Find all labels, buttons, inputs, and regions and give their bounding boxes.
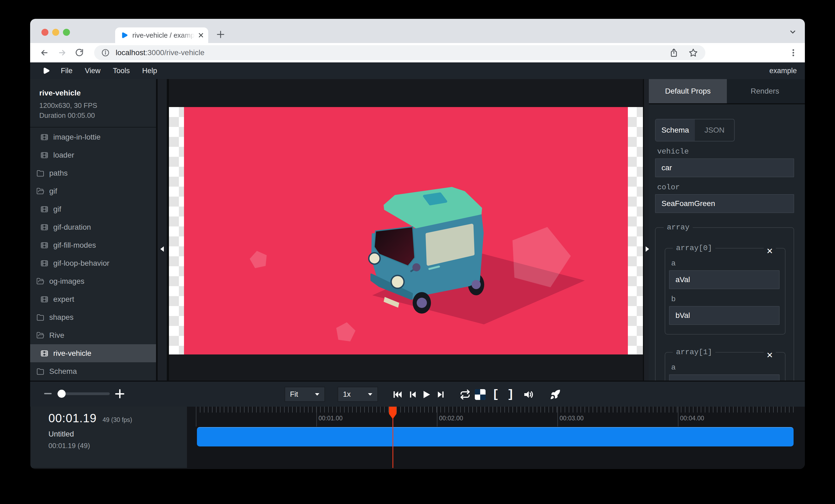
array-item-1-label: array[1] [673, 348, 715, 356]
next-frame-button[interactable] [435, 388, 447, 400]
sidebar-item-label: og-images [49, 277, 84, 286]
in-bracket-icon: [ [492, 388, 499, 400]
sidebar-folder-paths[interactable]: paths [30, 164, 156, 182]
tab-search-chevron-icon[interactable] [789, 28, 797, 37]
window-close-button[interactable] [41, 29, 48, 36]
menu-view[interactable]: View [85, 67, 101, 75]
remove-array-item-icon[interactable]: ✕ [764, 246, 776, 256]
menu-file[interactable]: File [61, 67, 73, 75]
next-frame-icon [436, 390, 446, 399]
collapse-left-icon[interactable] [159, 245, 165, 253]
project-name-label: example [769, 67, 797, 75]
playhead-marker[interactable] [389, 407, 396, 419]
folder-open-icon [36, 277, 44, 285]
browser-tab[interactable]: rive-vehicle / example - Remoti [115, 27, 208, 43]
tab-renders[interactable]: Renders [727, 79, 803, 103]
back-icon[interactable] [38, 46, 51, 59]
sidebar-item-label: paths [49, 169, 68, 177]
sidebar-folder-og-images[interactable]: og-images [30, 272, 156, 290]
compositions-sidebar: rive-vehicle 1200x630, 30 FPS Duration 0… [30, 79, 156, 381]
array-0-b-input[interactable] [669, 306, 779, 325]
sidebar-item-image-in-lottie[interactable]: image-in-lottie [30, 128, 156, 146]
ruler-label: 00:03.00 [559, 415, 584, 422]
volume-icon [523, 389, 534, 400]
composition-canvas [169, 107, 643, 355]
window-minimize-button[interactable] [52, 29, 59, 36]
skip-to-start-button[interactable] [392, 388, 404, 400]
share-icon[interactable] [669, 48, 678, 57]
sidebar-item-label: Schema [49, 367, 77, 376]
timeline-track-bar[interactable] [197, 427, 794, 446]
schema-json-toggle: Schema JSON [655, 119, 735, 142]
vehicle-input[interactable] [655, 159, 794, 177]
film-icon [40, 223, 48, 231]
menu-tools[interactable]: Tools [113, 67, 130, 75]
new-tab-button[interactable] [216, 29, 225, 40]
ruler-tick [196, 407, 196, 426]
sidebar-item-gif[interactable]: gif [30, 200, 156, 218]
sidebar-item-rive-vehicle[interactable]: rive-vehicle [30, 344, 156, 362]
array-1-a-input[interactable] [669, 374, 779, 381]
sidebar-folder-rive[interactable]: Rive [30, 326, 156, 344]
field-label-color: color [657, 183, 794, 191]
sidebar-folder-shapes[interactable]: shapes [30, 308, 156, 326]
ruler-tick: 00:02.00 [437, 407, 437, 426]
url-host: localhost [116, 48, 145, 57]
field-label-a: a [671, 363, 779, 372]
sidebar-item-gif-duration[interactable]: gif-duration [30, 218, 156, 236]
sidebar-folder-gif[interactable]: gif [30, 182, 156, 200]
toggle-schema[interactable]: Schema [656, 120, 695, 141]
sidebar-item-label: Rive [49, 331, 64, 340]
remove-array-item-icon[interactable]: ✕ [764, 350, 776, 361]
ruler-label: 00:01.00 [319, 415, 343, 422]
ruler-tick: 00:01.00 [317, 407, 317, 426]
folder-open-icon [36, 187, 44, 195]
menu-help[interactable]: Help [142, 67, 157, 75]
bookmark-star-icon[interactable] [689, 48, 698, 57]
zoom-out-icon[interactable] [44, 393, 52, 394]
in-marker-button[interactable]: [ [490, 388, 502, 400]
zoom-in-icon[interactable] [115, 389, 124, 398]
forward-icon[interactable] [56, 46, 69, 59]
timeline-ruler[interactable] [196, 407, 794, 413]
volume-button[interactable] [523, 388, 534, 400]
toggle-json[interactable]: JSON [695, 120, 734, 141]
sidebar-collapse-strip[interactable] [158, 79, 167, 381]
site-info-icon[interactable] [101, 48, 110, 57]
zoom-slider-knob[interactable] [58, 390, 66, 398]
browser-menu-icon[interactable] [789, 46, 798, 60]
url-path: :3000/rive-vehicle [145, 48, 204, 57]
props-content: Schema JSON vehicle color array array[0]… [649, 105, 805, 381]
reload-icon[interactable] [73, 46, 86, 59]
loop-button[interactable] [459, 388, 471, 400]
sidebar-item-label: gif [53, 205, 61, 213]
transparency-button[interactable] [474, 388, 486, 400]
out-marker-button[interactable]: ] [505, 388, 516, 400]
sidebar-item-label: gif-fill-modes [53, 241, 96, 250]
previous-frame-button[interactable] [407, 388, 419, 400]
array-group-label: array [664, 223, 693, 232]
frame-counter: 49 (30 fps) [102, 416, 132, 425]
window-zoom-button[interactable] [63, 29, 70, 36]
tab-default-props[interactable]: Default Props [649, 79, 727, 103]
address-bar[interactable]: localhost:3000/rive-vehicle [94, 45, 705, 60]
play-button[interactable] [421, 388, 432, 400]
color-input[interactable] [655, 194, 794, 213]
playback-toolbar: Fit 1x [ ] [30, 381, 805, 407]
render-button[interactable] [549, 388, 561, 400]
sidebar-folder-schema[interactable]: Schema [30, 362, 156, 380]
sidebar-item-gif-fill-modes[interactable]: gif-fill-modes [30, 236, 156, 254]
sidebar-item-expert[interactable]: expert [30, 290, 156, 308]
panel-collapse-strip[interactable] [644, 79, 649, 381]
tab-close-icon[interactable] [198, 32, 204, 39]
film-icon [40, 241, 48, 249]
sidebar-item-loader[interactable]: loader [30, 146, 156, 164]
checkerboard-icon [475, 389, 486, 400]
ruler-tick: 00:04.00 [678, 407, 678, 426]
speed-select[interactable]: 1x [338, 387, 378, 402]
props-panel: Default Props Renders Schema JSON vehicl… [649, 79, 805, 381]
size-select[interactable]: Fit [285, 387, 325, 402]
sidebar-item-gif-loop-behavior[interactable]: gif-loop-behavior [30, 254, 156, 272]
array-0-a-input[interactable] [669, 270, 779, 289]
sidebar-item-label: expert [53, 295, 74, 303]
